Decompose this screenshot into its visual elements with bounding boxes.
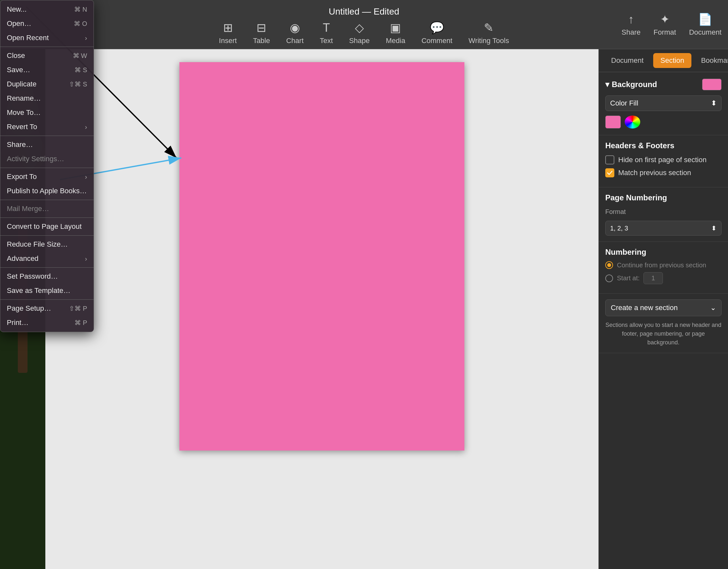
background-header: ▾ Background — [605, 79, 722, 90]
menu-item-advanced[interactable]: Advanced › — [0, 252, 94, 266]
app-title: Untitled — Edited — [329, 6, 399, 17]
format-icon: ✦ — [660, 13, 670, 26]
chevron-updown-icon: ⬍ — [711, 99, 717, 108]
canvas-area — [45, 49, 598, 569]
table-icon: ⊟ — [256, 21, 266, 35]
tab-bookmarks[interactable]: Bookmarks — [694, 53, 728, 68]
toolbar: Untitled — Edited ⊞ Insert ⊟ Table ◉ Cha… — [0, 0, 728, 49]
numbering-title: Numbering — [605, 248, 722, 257]
menu-separator-2 — [0, 136, 94, 136]
format-label: Format — [605, 208, 722, 216]
tool-media[interactable]: ▣ Media — [386, 21, 405, 45]
menu-item-page-setup[interactable]: Page Setup… ⇧⌘ P — [0, 301, 94, 315]
background-title: ▾ Background — [605, 80, 657, 89]
menu-item-convert-page-layout[interactable]: Convert to Page Layout — [0, 220, 94, 234]
background-color-swatch[interactable] — [702, 79, 722, 90]
shape-icon: ◇ — [355, 21, 364, 35]
tool-shape[interactable]: ◇ Shape — [349, 21, 370, 45]
start-at-radio[interactable] — [605, 275, 613, 282]
toolbar-right: ↑ Share ✦ Format 📄 Document — [621, 0, 728, 49]
menu-item-share[interactable]: Share… — [0, 138, 94, 152]
tab-document[interactable]: Document — [604, 53, 651, 68]
start-at-input[interactable]: 1 — [643, 272, 663, 284]
tool-share[interactable]: ↑ Share — [621, 13, 641, 37]
match-previous-row: Match previous section — [605, 168, 722, 177]
arrow-icon-open-recent: › — [85, 34, 87, 42]
numbering-section: Numbering Continue from previous section… — [599, 242, 728, 293]
menu-item-open-recent[interactable]: Open Recent › — [0, 31, 94, 45]
tool-insert[interactable]: ⊞ Insert — [219, 21, 237, 45]
tool-table-label: Table — [253, 37, 270, 45]
continue-radio[interactable] — [605, 261, 613, 269]
menu-item-save[interactable]: Save… ⌘ S — [0, 63, 94, 77]
match-previous-checkbox[interactable] — [605, 168, 614, 177]
tool-chart[interactable]: ◉ Chart — [286, 21, 304, 45]
continue-radio-label: Continue from previous section — [617, 262, 706, 269]
chevron-updown-icon-2: ⬍ — [711, 224, 717, 232]
comment-icon: 💬 — [430, 21, 444, 35]
document-icon: 📄 — [698, 13, 712, 26]
tool-text[interactable]: T Text — [320, 21, 333, 45]
menu-item-reduce-file-size[interactable]: Reduce File Size… — [0, 237, 94, 252]
menu-item-activity-settings: Activity Settings… — [0, 152, 94, 166]
writing-tools-icon: ✎ — [484, 21, 494, 35]
tool-writing-tools[interactable]: ✎ Writing Tools — [469, 21, 509, 45]
tool-text-label: Text — [320, 37, 333, 45]
create-new-section-button[interactable]: Create a new section ⌄ — [605, 299, 722, 316]
menu-item-print[interactable]: Print… ⌘ P — [0, 315, 94, 330]
menu-item-close[interactable]: Close ⌘ W — [0, 49, 94, 63]
format-dropdown[interactable]: 1, 2, 3 ⬍ — [605, 221, 722, 236]
hide-first-page-label: Hide on first page of section — [618, 156, 707, 164]
menu-item-open[interactable]: Open… ⌘ O — [0, 17, 94, 31]
color-fill-dropdown[interactable]: Color Fill ⬍ — [605, 96, 722, 111]
tool-shape-label: Shape — [349, 37, 370, 45]
hide-first-page-row: Hide on first page of section — [605, 155, 722, 165]
menu-item-publish-apple-books[interactable]: Publish to Apple Books… — [0, 184, 94, 198]
tool-document[interactable]: 📄 Document — [689, 13, 722, 37]
menu-item-save-template[interactable]: Save as Template… — [0, 284, 94, 298]
menu-separator-3 — [0, 168, 94, 168]
arrow-icon-advanced: › — [85, 255, 87, 263]
section-description: Sections allow you to start a new header… — [605, 321, 722, 347]
tool-format[interactable]: ✦ Format — [654, 13, 676, 37]
menu-item-duplicate[interactable]: Duplicate ⇧⌘ S — [0, 77, 94, 91]
menu-separator-4 — [0, 200, 94, 200]
menu-item-new[interactable]: New... ⌘ N — [0, 2, 94, 17]
panel-tabs: Document Section Bookmarks — [599, 49, 728, 72]
menu-item-set-password[interactable]: Set Password… — [0, 269, 94, 284]
menu-item-mail-merge: Mail Merge… — [0, 202, 94, 216]
menu-shortcut-duplicate: ⇧⌘ S — [69, 80, 87, 88]
arrow-icon-export: › — [85, 173, 87, 181]
hide-first-page-checkbox[interactable] — [605, 155, 614, 165]
menu-separator-5 — [0, 218, 94, 218]
file-menu: New... ⌘ N Open… ⌘ O Open Recent › Close… — [0, 0, 94, 332]
menu-item-export-to[interactable]: Export To › — [0, 170, 94, 184]
menu-item-revert-to[interactable]: Revert To › — [0, 120, 94, 134]
color-wheel-button[interactable] — [625, 116, 640, 129]
share-icon: ↑ — [628, 13, 634, 26]
start-at-row: Start at: 1 — [605, 272, 722, 284]
color-picker-swatch[interactable] — [605, 116, 621, 129]
chart-icon: ◉ — [290, 21, 300, 35]
tool-media-label: Media — [386, 37, 405, 45]
arrow-icon-revert: › — [85, 123, 87, 131]
menu-item-move-to[interactable]: Move To… — [0, 106, 94, 120]
toolbar-tools: ⊞ Insert ⊟ Table ◉ Chart T Text ◇ Shape … — [219, 21, 509, 45]
insert-icon: ⊞ — [223, 21, 233, 35]
tab-section[interactable]: Section — [653, 53, 691, 68]
chevron-down-icon: ▾ — [605, 80, 609, 89]
tool-insert-label: Insert — [219, 37, 237, 45]
continue-from-previous-row: Continue from previous section — [605, 261, 722, 269]
menu-shortcut-open: ⌘ O — [74, 20, 87, 28]
menu-item-rename[interactable]: Rename… — [0, 91, 94, 106]
tool-comment[interactable]: 💬 Comment — [421, 21, 452, 45]
checkmark-icon — [607, 171, 613, 175]
menu-shortcut-print: ⌘ P — [74, 319, 87, 326]
menu-shortcut-page-setup: ⇧⌘ P — [69, 304, 87, 312]
menu-separator-6 — [0, 235, 94, 236]
tool-chart-label: Chart — [286, 37, 304, 45]
right-panel: Document Section Bookmarks ▾ Background … — [598, 49, 728, 569]
tool-table[interactable]: ⊟ Table — [253, 21, 270, 45]
page-canvas — [179, 62, 464, 450]
tool-comment-label: Comment — [421, 37, 452, 45]
